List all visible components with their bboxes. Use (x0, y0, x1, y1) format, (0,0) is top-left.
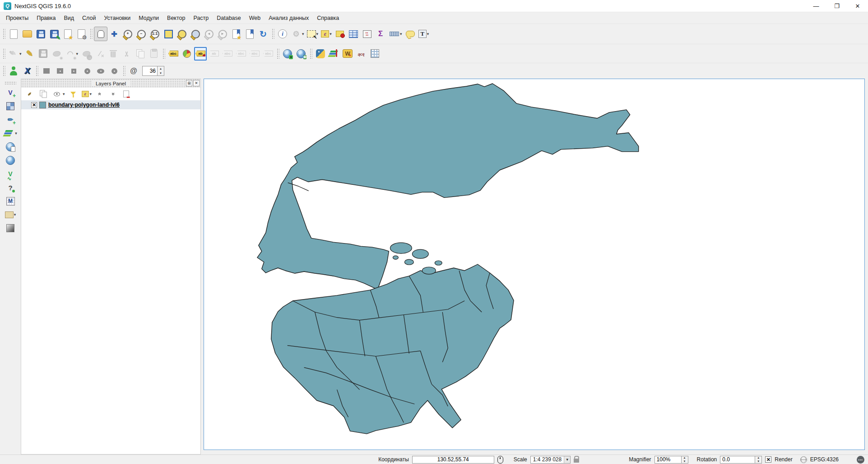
run-feature-action-button[interactable]: ▾ (289, 27, 306, 41)
menu-item-2[interactable]: Вид (60, 14, 78, 23)
select-by-expression-button[interactable]: ε▾ (320, 27, 333, 41)
menu-item-9[interactable]: Web (245, 14, 265, 23)
quickmapservices-search-button[interactable] (294, 47, 308, 61)
shape-square-center-button[interactable] (67, 64, 80, 78)
style-manager-button[interactable] (4, 221, 17, 235)
layer-diagram-options-button[interactable] (180, 47, 194, 61)
open-project-button[interactable] (20, 27, 34, 41)
menu-item-0[interactable]: Проекты (2, 14, 32, 23)
save-layer-edits-button[interactable] (37, 47, 50, 61)
cut-features-button[interactable] (120, 47, 134, 61)
menu-item-6[interactable]: Вектор (163, 14, 189, 23)
render-checkbox[interactable]: ✕ (765, 456, 771, 463)
expand-all-button[interactable] (93, 89, 107, 99)
layer-visibility-checkbox[interactable]: ✕ (31, 102, 37, 108)
measure-line-button[interactable]: ▾ (387, 27, 404, 41)
shape-spiral-button[interactable] (127, 64, 140, 78)
shape-rectangle-extent-button[interactable] (40, 64, 53, 78)
scale-combo[interactable]: 1:4 239 028 ▼ (530, 456, 571, 464)
add-group-button[interactable] (37, 89, 50, 99)
remove-layer-button[interactable] (120, 89, 132, 99)
menu-item-8[interactable]: Database (213, 14, 245, 23)
minimize-button[interactable]: — (806, 0, 826, 12)
save-project-button[interactable] (34, 27, 47, 41)
save-project-as-button[interactable]: ✎ (47, 27, 61, 41)
map-canvas[interactable] (204, 79, 865, 450)
deselect-all-button[interactable] (333, 27, 347, 41)
add-circular-string-button[interactable]: ▾ (64, 47, 80, 61)
encoding-converter-button[interactable]: ącę (354, 47, 368, 61)
spin-up-icon[interactable]: ▲ (158, 66, 164, 71)
coordinates-input[interactable] (412, 456, 494, 464)
add-oracle-layer-button[interactable]: ? (4, 181, 17, 194)
collapse-all-button[interactable] (107, 89, 120, 99)
python-console-button[interactable] (314, 47, 327, 61)
add-polygon-feature-button[interactable] (50, 47, 64, 61)
add-wms-layer-button[interactable] (4, 140, 17, 154)
menu-item-11[interactable]: Справка (313, 14, 343, 23)
add-vector-layer-button[interactable]: V (4, 86, 17, 99)
vertex-tool-button[interactable] (93, 47, 107, 61)
magnifier-spinbox[interactable]: ▲▼ (654, 456, 688, 464)
filter-legend-button[interactable] (66, 89, 80, 99)
crs-globe-icon[interactable] (800, 456, 807, 463)
panel-float-button[interactable]: ⊞ (186, 80, 192, 86)
zoom-to-selection-button[interactable] (175, 27, 189, 41)
new-print-layout-button[interactable] (61, 27, 74, 41)
field-calculator-button[interactable] (360, 27, 374, 41)
delete-selected-button[interactable] (107, 47, 120, 61)
rotation-spinbox[interactable]: ▲▼ (720, 456, 762, 464)
layout-manager-button[interactable] (74, 27, 88, 41)
zoom-in-button[interactable]: + (121, 27, 135, 41)
zoom-next-button[interactable]: ▸ (216, 27, 229, 41)
toggle-editing-button[interactable] (23, 47, 37, 61)
spin-down-icon[interactable]: ▼ (755, 459, 761, 463)
manage-map-themes-button[interactable]: ▾ (50, 89, 66, 99)
refresh-map-button[interactable] (256, 27, 270, 41)
highlight-pinned-labels-button[interactable]: ab (194, 47, 207, 61)
spin-down-icon[interactable]: ▼ (682, 459, 688, 463)
pan-map-button[interactable] (94, 27, 107, 41)
shape-circle-2points-button[interactable] (107, 64, 121, 78)
zoom-native-resolution-button[interactable]: 1:1 (148, 27, 162, 41)
identify-features-button[interactable] (276, 27, 289, 41)
pin-unpin-labels-button[interactable]: ab (207, 47, 221, 61)
quickmapservices-basemap-button[interactable] (281, 47, 294, 61)
layer-labeling-options-button[interactable]: abc (167, 47, 180, 61)
rotation-input[interactable] (720, 456, 755, 464)
move-feature-button[interactable] (79, 47, 93, 61)
add-wfs-layer-button[interactable]: V (4, 167, 17, 181)
menu-item-1[interactable]: Правка (32, 14, 60, 23)
close-button[interactable]: ✕ (847, 0, 868, 12)
show-hide-labels-button[interactable]: abc (221, 47, 234, 61)
spin-up-icon[interactable]: ▲ (682, 456, 688, 460)
layer-name[interactable]: boundary-polygon-land-lvl6 (48, 102, 120, 108)
zoom-last-button[interactable]: ◂ (202, 27, 216, 41)
move-label-button[interactable]: abc (234, 47, 248, 61)
show-spatial-bookmarks-button[interactable] (243, 27, 256, 41)
paste-features-button[interactable] (147, 47, 161, 61)
add-virtual-layer-button[interactable]: ▾ (4, 208, 18, 221)
menu-item-3[interactable]: Слой (78, 14, 100, 23)
spin-down-icon[interactable]: ▼ (158, 71, 164, 75)
extent-toggle-icon[interactable] (497, 456, 503, 464)
layer-color-swatch[interactable] (39, 102, 46, 108)
new-spatial-bookmark-button[interactable] (229, 27, 243, 41)
shape-circle-center-button[interactable] (80, 64, 94, 78)
rotate-label-button[interactable]: abc (248, 47, 261, 61)
open-layer-styling-button[interactable] (23, 89, 37, 99)
magnifier-input[interactable] (654, 456, 682, 464)
zoom-to-layer-button[interactable] (189, 27, 202, 41)
layers-stack-plugin-button[interactable] (327, 47, 341, 61)
nextgis-data-button[interactable]: X (20, 64, 34, 78)
layer-row[interactable]: ✕ boundary-polygon-land-lvl6 (21, 100, 200, 109)
new-shapefile-layer-button[interactable] (4, 113, 17, 127)
chevron-down-icon[interactable]: ▼ (564, 456, 570, 463)
open-attribute-table-button[interactable] (347, 27, 360, 41)
map-tips-button[interactable] (404, 27, 417, 41)
shape-segments-spinbox[interactable]: ▲▼ (142, 66, 164, 76)
maximize-button[interactable]: ❐ (826, 0, 847, 12)
change-label-button[interactable]: abc (261, 47, 275, 61)
map-svg[interactable] (204, 79, 864, 450)
menu-item-5[interactable]: Модули (135, 14, 163, 23)
